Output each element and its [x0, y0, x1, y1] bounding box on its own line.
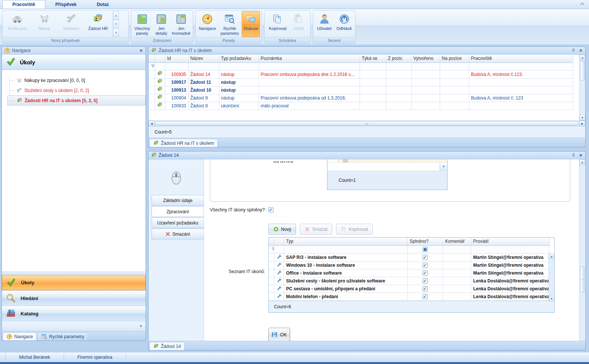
detail-vscrollbar[interactable]: ▲ ≡ — [579, 159, 585, 341]
ribbon-collapse-icon[interactable] — [579, 1, 585, 7]
grid-filter-row[interactable] — [149, 62, 573, 70]
nakup-button[interactable]: Nákup — [31, 11, 57, 37]
grid-vscrollbar[interactable]: ▲ ▼ — [579, 55, 585, 120]
side-tab-zpracovani[interactable]: Zpracování — [152, 206, 204, 217]
kopirovat-button[interactable]: Kopírovat — [266, 11, 289, 37]
sluzebni-button[interactable]: Služební — [58, 11, 84, 37]
table-row[interactable]: Služební cesty - školení pro uživatele s… — [269, 277, 549, 285]
photos-icon — [157, 79, 163, 85]
delete-button[interactable]: Smazat — [300, 224, 332, 235]
tab-zadost-14[interactable]: Žádost 14 — [149, 342, 184, 350]
table-row[interactable]: 100935 Žádost 14 nástup Pracovní smlouva… — [149, 70, 573, 78]
col-pracoviste: Pracoviště — [469, 55, 573, 62]
scroll-up-icon[interactable]: ▲ — [549, 254, 554, 259]
close-icon[interactable]: ✕ — [139, 48, 143, 53]
ribbon: Kniha jízd Nákup Služební Žádost HR ▲ ▼ … — [0, 9, 589, 45]
ribbon-tab-prispevek[interactable]: Příspěvek — [45, 0, 87, 9]
zadost-hr-button[interactable]: Žádost HR — [85, 11, 111, 37]
grid-hscrollbar[interactable]: ◀ ||| ▶ — [149, 120, 585, 126]
pin-icon[interactable] — [571, 48, 576, 53]
jen-hromadne-button[interactable]: Jen hromadně — [171, 11, 191, 37]
ribbon-group-sezeni: Uživatel Odhlásit Sezení — [313, 10, 355, 44]
jen-detaily-button[interactable]: Jen detaily — [152, 11, 170, 37]
vsechny-panely-button[interactable]: Všechny panely — [133, 11, 152, 37]
new-button[interactable]: Nový — [268, 224, 296, 235]
close-icon[interactable]: ✕ — [579, 153, 583, 157]
odhlasit-button[interactable]: Odhlásit — [335, 11, 354, 37]
tree-item-zadosti-hr[interactable]: Žádosti HR na IT s úkolem [5, 2, 5] — [7, 95, 146, 105]
scroll-more-icon[interactable]: ▼̲ — [113, 28, 119, 37]
splneno-checkbox[interactable]: ✓ — [422, 278, 428, 284]
compass-icon — [6, 334, 12, 340]
scroll-up-icon[interactable]: ▲ — [580, 55, 585, 61]
ribbon-tab-pracoviste[interactable]: Pracoviště — [2, 0, 45, 9]
tasks-tree: Nákupy ke zpracování [0, 0, 0] Služební … — [2, 70, 146, 272]
table-row[interactable]: 100913 Žádost 10 nástup — [149, 86, 573, 94]
navigace-button[interactable]: Navigace — [197, 11, 218, 37]
nav-button-katalog[interactable]: Katalog — [2, 306, 146, 321]
wrench-icon — [277, 285, 282, 291]
copy-icon — [341, 226, 347, 232]
table-row[interactable]: 100904 Žádost 9 nástup Pracovní smlouva … — [149, 94, 573, 102]
table-row[interactable]: SAP R/3 - instalace software ✓ Martin St… — [269, 253, 549, 261]
pin-icon[interactable] — [571, 153, 576, 157]
tab-navigace[interactable]: Navigace — [3, 332, 37, 340]
tab-rychle-parametry[interactable]: Rychlé parametry — [37, 332, 88, 340]
quickparams-icon — [224, 13, 236, 25]
side-tab-uzavreni-pozadavku[interactable]: Uzavření požadavku — [152, 217, 204, 228]
navigation-panel: Navigace ✕ Úkoly Nákupy ke zpracování [0… — [1, 46, 146, 341]
splneno-checkbox[interactable]: ✓ — [422, 294, 428, 299]
na-pozice-lookup[interactable]: ▼ Count=1 — [327, 159, 448, 190]
copy-button[interactable]: Kopírovat — [336, 224, 373, 235]
uzivatel-button[interactable]: Uživatel — [315, 11, 334, 37]
scroll-down-icon[interactable]: ▼ — [113, 20, 119, 28]
photos-icon — [157, 102, 163, 108]
splneno-checkbox[interactable]: ✓ — [422, 286, 428, 291]
tree-item-nakupy[interactable]: Nákupy ke zpracování [0, 0, 0] — [7, 75, 146, 85]
table-row[interactable]: Windows 10 - instalace software ✓ Martin… — [269, 261, 549, 269]
scroll-left-icon[interactable]: ◀ — [149, 121, 155, 126]
splneno-checkbox[interactable]: ✓ — [422, 270, 428, 276]
it-filter-row[interactable] — [269, 245, 549, 253]
photos-icon — [157, 94, 163, 100]
scroll-up-icon[interactable]: ▲ — [113, 11, 119, 20]
nav-button-ukoly[interactable]: Úkoly — [2, 275, 146, 290]
panel-splitter[interactable]: ···· — [2, 272, 146, 275]
request-detail-panel: Žádost 14 ✕ Základní údaje Zpracování Uz… — [148, 151, 586, 351]
scroll-down-icon[interactable]: ▼ — [549, 296, 554, 301]
table-row[interactable]: PC sestava - umístění, připojení a předá… — [269, 285, 549, 293]
cart-icon — [16, 77, 22, 83]
scroll-up-icon[interactable]: ▲ — [580, 159, 585, 165]
side-tab-zakladni-udaje[interactable]: Základní údaje — [152, 195, 204, 206]
kniha-jizd-button[interactable]: Kniha jízd — [4, 11, 30, 37]
it-table-vscrollbar[interactable]: ▲ ▼ — [549, 254, 554, 301]
table-row[interactable]: 100917 Žádost 11 nástup — [149, 78, 573, 86]
close-icon[interactable]: ✕ — [579, 48, 583, 53]
table-row[interactable]: Office - instalace software ✓ Martin Sti… — [269, 269, 549, 277]
splneno-checkbox[interactable]: ✓ — [422, 255, 428, 260]
rychle-parametry-button[interactable]: Rychlé parametry — [219, 11, 241, 37]
paste-icon — [293, 13, 305, 25]
table-row[interactable]: 100833 Žádost 8 ukončení málo pracoval — [149, 102, 573, 110]
splneno-checkbox[interactable]: ✓ — [422, 263, 428, 268]
all-done-row: Všechny IT úkony splněny?: ✓ — [210, 207, 274, 212]
dropdown-arrow-icon[interactable]: ▼ — [440, 163, 447, 171]
table-row[interactable]: Mobilní telefon - předání ✓ Lenka Dostál… — [269, 293, 549, 300]
lookup-input[interactable]: ▼ — [327, 163, 447, 171]
tree-item-sluzebni-cesty[interactable]: Služební cesty s úkolem [2, 0, 2] — [7, 85, 146, 95]
nav-overflow-button[interactable]: ▼ — [2, 321, 146, 331]
all-done-checkbox[interactable]: ✓ — [268, 207, 274, 212]
side-tab-smazani[interactable]: Smazání — [152, 229, 204, 239]
it-header-row[interactable]: Typ Splněno? Komentář Provádí — [269, 238, 549, 245]
ok-button[interactable]: OK — [268, 328, 290, 341]
grid-header-row[interactable]: Id Název Typ požadavku Poznámka Týká se … — [149, 55, 573, 62]
ribbon-tab-dotaz[interactable]: Dotaz — [86, 0, 119, 9]
scroll-right-icon[interactable]: ▶ — [579, 121, 585, 126]
scroll-down-icon[interactable]: ▼ — [580, 114, 585, 120]
nav-button-hledani[interactable]: Hledání — [2, 290, 146, 306]
power-icon — [338, 13, 350, 25]
vlozit-button[interactable]: Vložit — [290, 11, 307, 37]
ribbon-group-scroll[interactable]: ▲ ▼ ▼̲ — [113, 11, 119, 37]
diskuse-button[interactable]: Diskuse — [242, 11, 260, 37]
tab-zadosti-hr[interactable]: Žádosti HR na IT s úkolem — [149, 139, 218, 147]
